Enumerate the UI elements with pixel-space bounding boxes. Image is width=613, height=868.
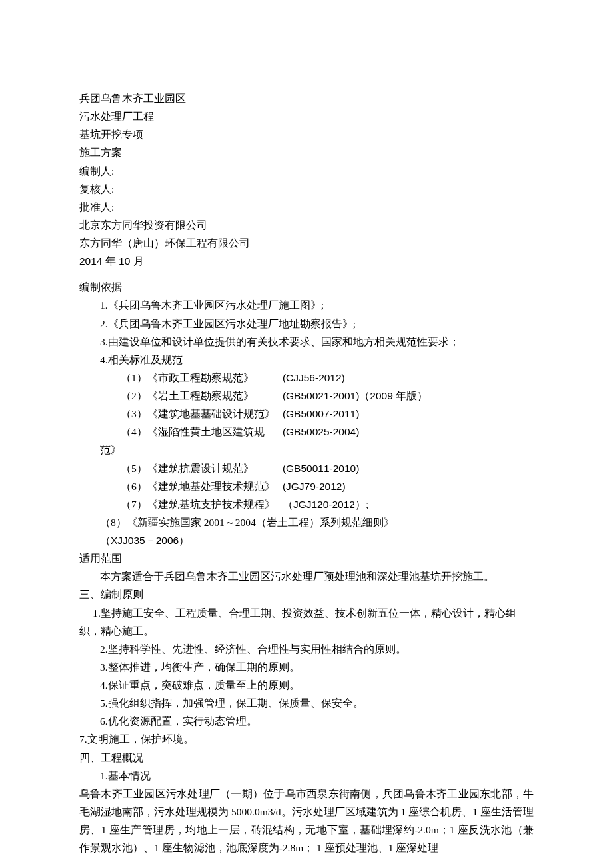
standard-name: （2）《岩土工程勘察规范》 — [100, 387, 280, 405]
title-line: 基坑开挖专项 — [79, 125, 534, 143]
reviewer-line: 复核人: — [79, 180, 534, 198]
standard-row: （8）《新疆实施国家 2001～2004（岩土工程）系列规范细则》 — [79, 513, 534, 531]
list-item: 6.优化资源配置，实行动态管理。 — [79, 712, 534, 730]
standard-row: （3）《建筑地基基础设计规范》 (GB50007-2011) — [79, 405, 534, 423]
standard-name: （1）《市政工程勘察规范》 — [100, 369, 280, 387]
standard-row: （1）《市政工程勘察规范》 (CJJ56-2012) — [79, 369, 534, 387]
standard-code: (GB50007-2011) — [283, 408, 359, 419]
standard-row: （6）《建筑地基处理技术规范》 (JGJ79-2012) — [79, 477, 534, 495]
section-heading-principles: 三、编制原则 — [79, 585, 534, 603]
list-item: 3.由建设单位和设计单位提供的有关技术要求、国家和地方相关规范性要求； — [79, 333, 534, 351]
section-heading-overview: 四、工程概况 — [79, 749, 534, 767]
paragraph: 乌鲁木齐工业园区污水处理厂（一期）位于乌市西泉东街南侧，兵团乌鲁木齐工业园东北部… — [79, 785, 534, 857]
standard-code-line: （XJJ035－2006） — [79, 531, 534, 549]
standard-code: （JGJ120-2012）; — [283, 499, 368, 510]
date-line: 2014 年 10 月 — [79, 252, 534, 270]
standard-name: （4）《湿陷性黄土地区建筑规范》 — [100, 423, 280, 459]
list-item: 1.《兵团乌鲁木齐工业园区污水处理厂施工图》; — [79, 296, 534, 314]
list-item: 7.文明施工，保护环境。 — [79, 730, 534, 748]
title-line: 施工方案 — [79, 143, 534, 161]
title-line: 兵团乌鲁木齐工业园区 — [79, 89, 534, 107]
standard-row: （4）《湿陷性黄土地区建筑规范》 (GB50025-2004) — [79, 423, 534, 459]
list-item: 3.整体推进，均衡生产，确保工期的原则。 — [79, 658, 534, 676]
section-heading-scope: 适用范围 — [79, 549, 534, 567]
standard-code: (GB50011-2010) — [283, 463, 359, 474]
standard-row: （5）《建筑抗震设计规范》 (GB50011-2010) — [79, 459, 534, 477]
approver-line: 批准人: — [79, 198, 534, 216]
standard-row: （2）《岩土工程勘察规范》 (GB50021-2001)（2009 年版） — [79, 387, 534, 405]
standard-row: （7）《建筑基坑支护技术规程》 （JGJ120-2012）; — [79, 495, 534, 513]
document-page: 兵团乌鲁木齐工业园区 污水处理厂工程 基坑开挖专项 施工方案 编制人: 复核人:… — [0, 0, 613, 868]
list-item: 2.《兵团乌鲁木齐工业园区污水处理厂地址勘察报告》; — [79, 315, 534, 333]
standard-code: (GB50021-2001)（2009 年版） — [283, 390, 428, 401]
list-item: 1.坚持施工安全、工程质量、合理工期、投资效益、技术创新五位一体，精心设计，精心… — [79, 604, 534, 640]
list-item: 2.坚持科学性、先进性、经济性、合理性与实用性相结合的原则。 — [79, 640, 534, 658]
list-item: 4.保证重点，突破难点，质量至上的原则。 — [79, 676, 534, 694]
standard-code: (GB50025-2004) — [283, 426, 359, 437]
company-line: 东方同华（唐山）环保工程有限公司 — [79, 234, 534, 252]
paragraph: 本方案适合于兵团乌鲁木齐工业园区污水处理厂预处理池和深处理池基坑开挖施工。 — [79, 567, 534, 585]
standard-code: (JGJ79-2012) — [283, 481, 346, 492]
company-line: 北京东方同华投资有限公司 — [79, 216, 534, 234]
standard-code: (CJJ56-2012) — [283, 372, 345, 383]
section-heading-basis: 编制依据 — [79, 270, 534, 296]
standard-name: （3）《建筑地基基础设计规范》 — [100, 405, 280, 423]
standard-name: （7）《建筑基坑支护技术规程》 — [100, 495, 280, 513]
list-item: 5.强化组织指挥，加强管理，保工期、保质量、保安全。 — [79, 694, 534, 712]
standard-name: （6）《建筑地基处理技术规范》 — [100, 477, 280, 495]
compiler-line: 编制人: — [79, 162, 534, 180]
standard-name: （5）《建筑抗震设计规范》 — [100, 459, 280, 477]
subsection-heading: 1.基本情况 — [79, 767, 534, 785]
title-block: 兵团乌鲁木齐工业园区 污水处理厂工程 基坑开挖专项 施工方案 编制人: 复核人:… — [79, 89, 534, 270]
list-item: 4.相关标准及规范 — [79, 351, 534, 369]
title-line: 污水处理厂工程 — [79, 107, 534, 125]
